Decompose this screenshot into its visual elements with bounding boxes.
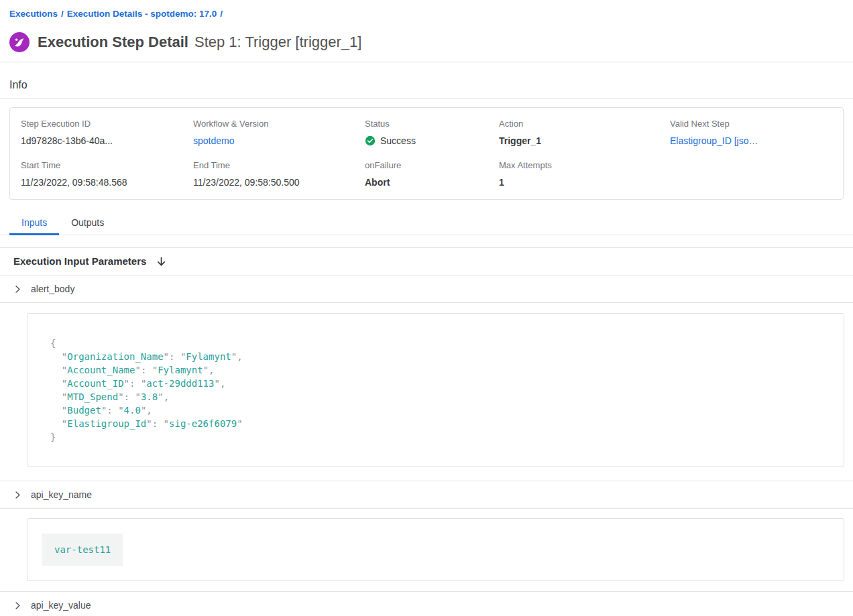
field-label: onFailure xyxy=(365,160,499,171)
api-key-name-card: var-test11 xyxy=(27,518,844,581)
tab-inputs[interactable]: Inputs xyxy=(9,212,59,235)
alert-body-json-card: { "Organization_Name": "Fylamynt", "Acco… xyxy=(27,313,844,467)
chevron-right-icon[interactable] xyxy=(13,285,22,294)
alert-body-json: { "Organization_Name": "Fylamynt", "Acco… xyxy=(50,336,821,444)
breadcrumb-link-execution-details[interactable]: Execution Details - spotdemo: 17.0 xyxy=(67,9,217,19)
field-label: Step Execution ID xyxy=(21,119,193,129)
tab-inputs-label: Inputs xyxy=(21,217,47,228)
field-label: Status xyxy=(365,119,499,129)
api-key-name-panel: var-test11 xyxy=(0,509,853,591)
field-action: Action Trigger_1 xyxy=(499,119,670,147)
execution-step-detail-page: Executions/Execution Details - spotdemo:… xyxy=(0,0,853,616)
field-value: 1d97828c-13b6-40a... xyxy=(21,135,193,147)
page-title: Execution Step Detail xyxy=(38,32,188,52)
field-label: Start Time xyxy=(21,160,193,171)
tab-outputs-label: Outputs xyxy=(71,217,104,228)
param-row-api-key-value[interactable]: api_key_value xyxy=(0,591,853,616)
execution-input-parameters-title: Execution Input Parameters xyxy=(13,255,146,268)
alert-body-panel: { "Organization_Name": "Fylamynt", "Acco… xyxy=(0,303,853,481)
page-header: Execution Step Detail Step 1: Trigger [t… xyxy=(0,31,853,54)
param-row-api-key-name[interactable]: api_key_name xyxy=(0,481,853,509)
info-section-title: Info xyxy=(0,62,853,98)
field-status: Status Success xyxy=(365,119,499,147)
field-value: 11/23/2022, 09:58:48.568 xyxy=(21,176,193,188)
field-max-attempts: Max Attempts 1 xyxy=(499,160,670,188)
execution-input-parameters-header: Execution Input Parameters xyxy=(0,247,853,275)
field-step-execution-id: Step Execution ID 1d97828c-13b6-40a... xyxy=(21,119,193,147)
param-row-alert-body[interactable]: alert_body xyxy=(0,275,853,303)
tabs: Inputs Outputs xyxy=(0,212,853,235)
field-end-time: End Time 11/23/2022, 09:58:50.500 xyxy=(193,160,365,188)
field-onfailure: onFailure Abort xyxy=(365,160,499,188)
field-label: Max Attempts xyxy=(499,160,670,171)
chevron-right-icon[interactable] xyxy=(13,601,22,610)
field-value: Abort xyxy=(365,176,499,188)
breadcrumb-link-executions[interactable]: Executions xyxy=(9,9,58,19)
field-value: Trigger_1 xyxy=(499,135,670,147)
param-name: api_key_value xyxy=(31,599,91,611)
workflow-link[interactable]: spotdemo xyxy=(193,135,365,147)
page-subtitle: Step 1: Trigger [trigger_1] xyxy=(194,32,361,52)
success-check-icon xyxy=(365,135,376,146)
breadcrumb-separator: / xyxy=(61,9,64,19)
info-card-wrap: Step Execution ID 1d97828c-13b6-40a... W… xyxy=(0,99,853,200)
arrow-down-icon[interactable] xyxy=(156,256,167,267)
param-name: alert_body xyxy=(31,283,74,295)
workflow-logo-icon xyxy=(9,32,30,52)
chevron-right-icon[interactable] xyxy=(13,491,22,499)
tab-outputs[interactable]: Outputs xyxy=(59,212,116,235)
field-valid-next-step: Valid Next Step Elastigroup_ID [jso… xyxy=(670,119,832,147)
field-label: Valid Next Step xyxy=(670,119,832,129)
field-empty xyxy=(670,160,832,188)
api-key-name-value: var-test11 xyxy=(42,534,123,566)
field-value: 1 xyxy=(499,176,670,188)
param-name: api_key_name xyxy=(31,489,92,501)
field-start-time: Start Time 11/23/2022, 09:58:48.568 xyxy=(21,160,193,188)
valid-next-step-link[interactable]: Elastigroup_ID [jso… xyxy=(670,135,832,147)
status-text: Success xyxy=(380,135,416,147)
field-value: 11/23/2022, 09:58:50.500 xyxy=(193,176,365,188)
breadcrumb: Executions/Execution Details - spotdemo:… xyxy=(0,9,853,19)
field-label: Action xyxy=(499,119,670,129)
field-label: Workflow & Version xyxy=(193,119,365,129)
field-label: End Time xyxy=(193,160,365,171)
field-workflow-version: Workflow & Version spotdemo xyxy=(193,119,365,147)
status-badge: Success xyxy=(365,135,499,147)
breadcrumb-separator: / xyxy=(220,9,223,19)
info-card: Step Execution ID 1d97828c-13b6-40a... W… xyxy=(9,107,844,200)
